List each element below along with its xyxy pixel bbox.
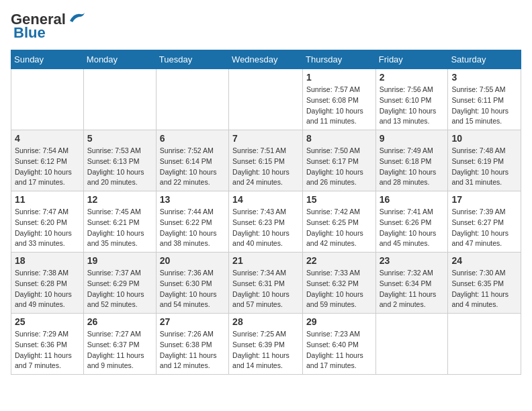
day-number: 29 bbox=[306, 316, 372, 327]
header-friday: Friday bbox=[375, 50, 448, 69]
calendar-cell: 8Sunrise: 7:50 AMSunset: 6:17 PMDaylight… bbox=[303, 130, 376, 191]
calendar-cell bbox=[156, 69, 228, 130]
calendar-cell: 11Sunrise: 7:47 AMSunset: 6:20 PMDayligh… bbox=[11, 191, 84, 253]
day-number: 5 bbox=[87, 133, 152, 144]
day-info: Sunrise: 7:33 AMSunset: 6:32 PMDaylight:… bbox=[306, 268, 372, 310]
header-thursday: Thursday bbox=[303, 50, 376, 69]
calendar-cell: 20Sunrise: 7:36 AMSunset: 6:30 PMDayligh… bbox=[156, 253, 228, 314]
day-info: Sunrise: 7:55 AMSunset: 6:11 PMDaylight:… bbox=[451, 85, 517, 127]
calendar-cell: 10Sunrise: 7:48 AMSunset: 6:19 PMDayligh… bbox=[448, 130, 521, 191]
day-info: Sunrise: 7:45 AMSunset: 6:21 PMDaylight:… bbox=[87, 207, 152, 249]
calendar-cell: 13Sunrise: 7:44 AMSunset: 6:22 PMDayligh… bbox=[156, 191, 228, 253]
day-number: 3 bbox=[451, 72, 517, 83]
page-header: General Blue bbox=[11, 11, 521, 42]
day-info: Sunrise: 7:48 AMSunset: 6:19 PMDaylight:… bbox=[451, 146, 517, 188]
day-info: Sunrise: 7:56 AMSunset: 6:10 PMDaylight:… bbox=[380, 85, 445, 127]
day-number: 19 bbox=[87, 255, 152, 266]
day-info: Sunrise: 7:43 AMSunset: 6:23 PMDaylight:… bbox=[232, 207, 299, 249]
week-row-4: 18Sunrise: 7:38 AMSunset: 6:28 PMDayligh… bbox=[11, 253, 521, 314]
day-info: Sunrise: 7:39 AMSunset: 6:27 PMDaylight:… bbox=[451, 207, 517, 249]
calendar-cell: 1Sunrise: 7:57 AMSunset: 6:08 PMDaylight… bbox=[303, 69, 376, 130]
day-number: 12 bbox=[87, 194, 152, 205]
calendar-cell bbox=[229, 69, 303, 130]
day-info: Sunrise: 7:44 AMSunset: 6:22 PMDaylight:… bbox=[160, 207, 225, 249]
week-row-2: 4Sunrise: 7:54 AMSunset: 6:12 PMDaylight… bbox=[11, 130, 521, 191]
week-row-1: 1Sunrise: 7:57 AMSunset: 6:08 PMDaylight… bbox=[11, 69, 521, 130]
day-info: Sunrise: 7:29 AMSunset: 6:36 PMDaylight:… bbox=[15, 329, 80, 371]
day-info: Sunrise: 7:57 AMSunset: 6:08 PMDaylight:… bbox=[306, 85, 372, 127]
day-number: 7 bbox=[232, 133, 299, 144]
header-wednesday: Wednesday bbox=[229, 50, 303, 69]
day-number: 13 bbox=[160, 194, 225, 205]
calendar-cell bbox=[83, 69, 156, 130]
day-number: 17 bbox=[451, 194, 517, 205]
header-saturday: Saturday bbox=[448, 50, 521, 69]
calendar-cell: 3Sunrise: 7:55 AMSunset: 6:11 PMDaylight… bbox=[448, 69, 521, 130]
header-monday: Monday bbox=[83, 50, 156, 69]
logo-text-blue: Blue bbox=[13, 24, 46, 42]
calendar-cell: 29Sunrise: 7:23 AMSunset: 6:40 PMDayligh… bbox=[303, 314, 376, 375]
day-info: Sunrise: 7:38 AMSunset: 6:28 PMDaylight:… bbox=[15, 268, 80, 310]
header-sunday: Sunday bbox=[11, 50, 84, 69]
calendar-cell bbox=[448, 314, 521, 375]
calendar-cell: 15Sunrise: 7:42 AMSunset: 6:25 PMDayligh… bbox=[303, 191, 376, 253]
calendar-body: 1Sunrise: 7:57 AMSunset: 6:08 PMDaylight… bbox=[11, 69, 521, 375]
day-info: Sunrise: 7:51 AMSunset: 6:15 PMDaylight:… bbox=[232, 146, 299, 188]
calendar-cell: 4Sunrise: 7:54 AMSunset: 6:12 PMDaylight… bbox=[11, 130, 84, 191]
day-info: Sunrise: 7:49 AMSunset: 6:18 PMDaylight:… bbox=[380, 146, 445, 188]
calendar-header-row: SundayMondayTuesdayWednesdayThursdayFrid… bbox=[11, 50, 521, 69]
day-number: 9 bbox=[380, 133, 445, 144]
day-info: Sunrise: 7:34 AMSunset: 6:31 PMDaylight:… bbox=[232, 268, 299, 310]
day-number: 1 bbox=[306, 72, 372, 83]
day-number: 10 bbox=[451, 133, 517, 144]
calendar-cell: 6Sunrise: 7:52 AMSunset: 6:14 PMDaylight… bbox=[156, 130, 228, 191]
header-tuesday: Tuesday bbox=[156, 50, 228, 69]
day-info: Sunrise: 7:30 AMSunset: 6:35 PMDaylight:… bbox=[451, 268, 517, 310]
day-info: Sunrise: 7:53 AMSunset: 6:13 PMDaylight:… bbox=[87, 146, 152, 188]
day-info: Sunrise: 7:42 AMSunset: 6:25 PMDaylight:… bbox=[306, 207, 372, 249]
day-info: Sunrise: 7:52 AMSunset: 6:14 PMDaylight:… bbox=[160, 146, 225, 188]
day-number: 26 bbox=[87, 316, 152, 327]
calendar-cell: 2Sunrise: 7:56 AMSunset: 6:10 PMDaylight… bbox=[375, 69, 448, 130]
calendar-cell: 19Sunrise: 7:37 AMSunset: 6:29 PMDayligh… bbox=[83, 253, 156, 314]
calendar-cell: 9Sunrise: 7:49 AMSunset: 6:18 PMDaylight… bbox=[375, 130, 448, 191]
day-info: Sunrise: 7:27 AMSunset: 6:37 PMDaylight:… bbox=[87, 329, 152, 371]
day-info: Sunrise: 7:32 AMSunset: 6:34 PMDaylight:… bbox=[380, 268, 445, 310]
day-info: Sunrise: 7:36 AMSunset: 6:30 PMDaylight:… bbox=[160, 268, 225, 310]
day-info: Sunrise: 7:23 AMSunset: 6:40 PMDaylight:… bbox=[306, 329, 372, 371]
calendar-cell: 23Sunrise: 7:32 AMSunset: 6:34 PMDayligh… bbox=[375, 253, 448, 314]
calendar-cell: 25Sunrise: 7:29 AMSunset: 6:36 PMDayligh… bbox=[11, 314, 84, 375]
week-row-3: 11Sunrise: 7:47 AMSunset: 6:20 PMDayligh… bbox=[11, 191, 521, 253]
day-number: 2 bbox=[380, 72, 445, 83]
day-number: 20 bbox=[160, 255, 225, 266]
calendar-cell: 26Sunrise: 7:27 AMSunset: 6:37 PMDayligh… bbox=[83, 314, 156, 375]
day-number: 4 bbox=[15, 133, 80, 144]
day-number: 14 bbox=[232, 194, 299, 205]
calendar-cell: 5Sunrise: 7:53 AMSunset: 6:13 PMDaylight… bbox=[83, 130, 156, 191]
calendar-cell: 28Sunrise: 7:25 AMSunset: 6:39 PMDayligh… bbox=[229, 314, 303, 375]
calendar-cell: 7Sunrise: 7:51 AMSunset: 6:15 PMDaylight… bbox=[229, 130, 303, 191]
logo-bird-icon bbox=[67, 11, 86, 24]
day-number: 11 bbox=[15, 194, 80, 205]
calendar-cell: 14Sunrise: 7:43 AMSunset: 6:23 PMDayligh… bbox=[229, 191, 303, 253]
day-info: Sunrise: 7:50 AMSunset: 6:17 PMDaylight:… bbox=[306, 146, 372, 188]
day-number: 21 bbox=[232, 255, 299, 266]
calendar-cell bbox=[11, 69, 84, 130]
day-number: 16 bbox=[380, 194, 445, 205]
calendar-cell: 17Sunrise: 7:39 AMSunset: 6:27 PMDayligh… bbox=[448, 191, 521, 253]
day-info: Sunrise: 7:26 AMSunset: 6:38 PMDaylight:… bbox=[160, 329, 225, 371]
day-number: 22 bbox=[306, 255, 372, 266]
day-info: Sunrise: 7:25 AMSunset: 6:39 PMDaylight:… bbox=[232, 329, 299, 371]
calendar-cell: 16Sunrise: 7:41 AMSunset: 6:26 PMDayligh… bbox=[375, 191, 448, 253]
day-number: 6 bbox=[160, 133, 225, 144]
calendar-cell: 24Sunrise: 7:30 AMSunset: 6:35 PMDayligh… bbox=[448, 253, 521, 314]
calendar-cell bbox=[375, 314, 448, 375]
week-row-5: 25Sunrise: 7:29 AMSunset: 6:36 PMDayligh… bbox=[11, 314, 521, 375]
calendar-cell: 22Sunrise: 7:33 AMSunset: 6:32 PMDayligh… bbox=[303, 253, 376, 314]
day-info: Sunrise: 7:47 AMSunset: 6:20 PMDaylight:… bbox=[15, 207, 80, 249]
day-info: Sunrise: 7:54 AMSunset: 6:12 PMDaylight:… bbox=[15, 146, 80, 188]
day-number: 27 bbox=[160, 316, 225, 327]
calendar-cell: 12Sunrise: 7:45 AMSunset: 6:21 PMDayligh… bbox=[83, 191, 156, 253]
day-number: 18 bbox=[15, 255, 80, 266]
day-info: Sunrise: 7:41 AMSunset: 6:26 PMDaylight:… bbox=[380, 207, 445, 249]
